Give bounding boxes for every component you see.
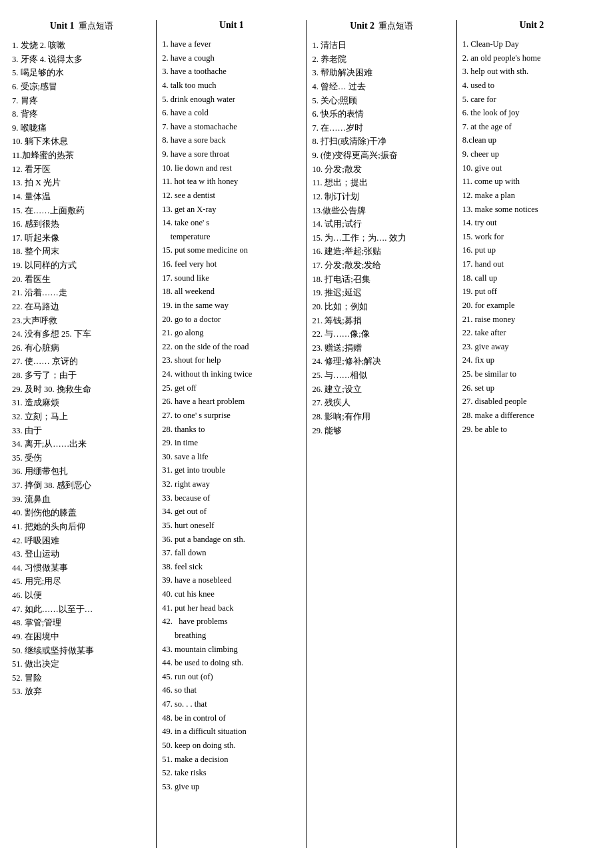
list-item: 1. Clean-Up Day <box>462 37 601 51</box>
list-item: 1. 发烧 2. 咳嗽 <box>12 39 151 53</box>
list-item: 25. get off <box>162 381 301 395</box>
list-item: 11. hot tea w ith honey <box>162 175 301 189</box>
list-item: 48. 掌管;管理 <box>12 616 151 630</box>
list-item: 19. 以同样的方式 <box>12 259 151 273</box>
list-item: 13. get an X-ray <box>162 203 301 217</box>
list-item: 9. cheer up <box>462 147 601 161</box>
list-item: 31. 造成麻烦 <box>12 396 151 410</box>
list-item: 50. keep on doing sth. <box>162 739 301 753</box>
list-item: 42. 呼吸困难 <box>12 534 151 548</box>
list-item: 24. fix up <box>462 353 601 367</box>
list-item: 45. 用完;用尽 <box>12 575 151 589</box>
list-item: 33. because of <box>162 491 301 505</box>
list-item: 26. have a heart problem <box>162 395 301 409</box>
list-item: 19. put off <box>462 285 601 299</box>
list-item: 17. hand out <box>462 257 601 271</box>
header-col2: Unit 1 <box>162 20 301 31</box>
list-item: 9. (使)变得更高兴;振奋 <box>312 149 451 163</box>
list-item: 53. 放弃 <box>12 685 151 699</box>
list-item: 19. in the same way <box>162 299 301 313</box>
list-item: 20. go to a doctor <box>162 313 301 327</box>
list-item: 13. make some notices <box>462 203 601 217</box>
list-item: 22. take after <box>462 326 601 340</box>
header-label-col3: 重点短语 <box>378 21 413 31</box>
list-item: 21. go along <box>162 326 301 340</box>
list-item: 16. put up <box>462 243 601 257</box>
list-item: 43. mountain climbing <box>162 643 301 657</box>
list-item: 2. 养老院 <box>312 53 451 67</box>
list-item: 42. have problems breathing <box>162 615 301 642</box>
column-col2: Unit 11. have a fever2. have a cough3. h… <box>157 20 306 848</box>
list-item: 17. 分发;散发;发给 <box>312 259 451 273</box>
header-col3: Unit 2重点短语 <box>312 20 451 32</box>
list-item: 8. have a sore back <box>162 133 301 147</box>
list-item: 48. be in control of <box>162 711 301 725</box>
list-item: 23.大声呼救 <box>12 314 151 328</box>
list-item: 6. 受凉;感冒 <box>12 80 151 94</box>
list-item: 7. 胃疼 <box>12 94 151 108</box>
list-item: 26. 有心脏病 <box>12 341 151 355</box>
list-item: 28. make a difference <box>462 409 601 423</box>
list-item: 53. give up <box>162 780 301 794</box>
list-item: 2. have a cough <box>162 51 301 65</box>
list-item: 41. 把她的头向后仰 <box>12 520 151 534</box>
list-item: 43. 登山运动 <box>12 547 151 561</box>
list-item: 44. be used to doing sth. <box>162 656 301 670</box>
list-item: 40. 割伤他的膝盖 <box>12 506 151 520</box>
list-item: 22. on the side of the road <box>162 340 301 354</box>
list-item: 21. 筹钱;募捐 <box>312 314 451 328</box>
list-item: 5. drink enough water <box>162 93 301 107</box>
list-item: 10. 分发;散发 <box>312 163 451 177</box>
column-col4: Unit 21. Clean-Up Day2. an old people's … <box>457 20 606 848</box>
column-col1: Unit 1重点短语1. 发烧 2. 咳嗽3. 牙疼 4. 说得太多5. 喝足够… <box>7 20 157 848</box>
list-item: 18. 打电话;召集 <box>312 273 451 287</box>
header-title-col3: Unit 2 <box>350 21 374 31</box>
list-item: 27. 残疾人 <box>312 396 451 410</box>
list-item: 22. 在马路边 <box>12 300 151 314</box>
list-item: 45. run out (of) <box>162 670 301 684</box>
list-item: 27. disabled people <box>462 395 601 409</box>
list-item: 30. save a life <box>162 450 301 464</box>
list-item: 27. to one' s surprise <box>162 409 301 423</box>
list-item: 9. have a sore throat <box>162 147 301 161</box>
list-item: 14. take one' s temperature <box>162 216 301 243</box>
list-item: 46. so that <box>162 683 301 697</box>
list-item: 33. 由于 <box>12 424 151 438</box>
list-item: 20. 比如；例如 <box>312 300 451 314</box>
list-item: 37. 摔倒 38. 感到恶心 <box>12 479 151 493</box>
list-item: 38. feel sick <box>162 560 301 574</box>
list-item: 21. raise money <box>462 313 601 327</box>
list-item: 26. 建立;设立 <box>312 383 451 397</box>
list-item: 5. 关心;照顾 <box>312 94 451 108</box>
list-item: 6. the look of joy <box>462 106 601 120</box>
list-item: 12. see a dentist <box>162 189 301 203</box>
list-item: 36. put a bandage on sth. <box>162 533 301 547</box>
list-item: 32. 立刻；马上 <box>12 410 151 424</box>
list-item: 3. help out with sth. <box>462 65 601 79</box>
list-item: 12. 制订计划 <box>312 190 451 204</box>
list-item: 3. 帮助解决困难 <box>312 66 451 80</box>
list-item: 41. put her head back <box>162 601 301 615</box>
list-item: 44. 习惯做某事 <box>12 561 151 575</box>
list-item: 28. 影响;有作用 <box>312 410 451 424</box>
list-item: 17. sound like <box>162 271 301 285</box>
header-label-col1: 重点短语 <box>79 21 113 31</box>
list-item: 49. in a difficult situation <box>162 725 301 739</box>
list-item: 9. 喉咙痛 <box>12 121 151 135</box>
list-item: 50. 继续或坚持做某事 <box>12 644 151 658</box>
list-item: 25. 与……相似 <box>312 369 451 383</box>
list-item: 29. 及时 30. 挽救生命 <box>12 383 151 397</box>
list-item: 20. for example <box>462 299 601 313</box>
list-item: 39. have a nosebleed <box>162 573 301 587</box>
list-item: 8. 背疼 <box>12 107 151 121</box>
list-item: 29. 能够 <box>312 424 451 438</box>
list-item: 23. shout for help <box>162 353 301 367</box>
page: Unit 1重点短语1. 发烧 2. 咳嗽3. 牙疼 4. 说得太多5. 喝足够… <box>0 0 613 868</box>
list-item: 14. 试用;试行 <box>312 217 451 231</box>
list-item: 18. all weekend <box>162 285 301 299</box>
list-item: 4. used to <box>462 79 601 93</box>
list-item: 27. 使…… 京讶的 <box>12 355 151 369</box>
list-item: 35. hurt oneself <box>162 519 301 533</box>
list-item: 1. 清洁日 <box>312 39 451 53</box>
list-item: 52. take risks <box>162 766 301 780</box>
